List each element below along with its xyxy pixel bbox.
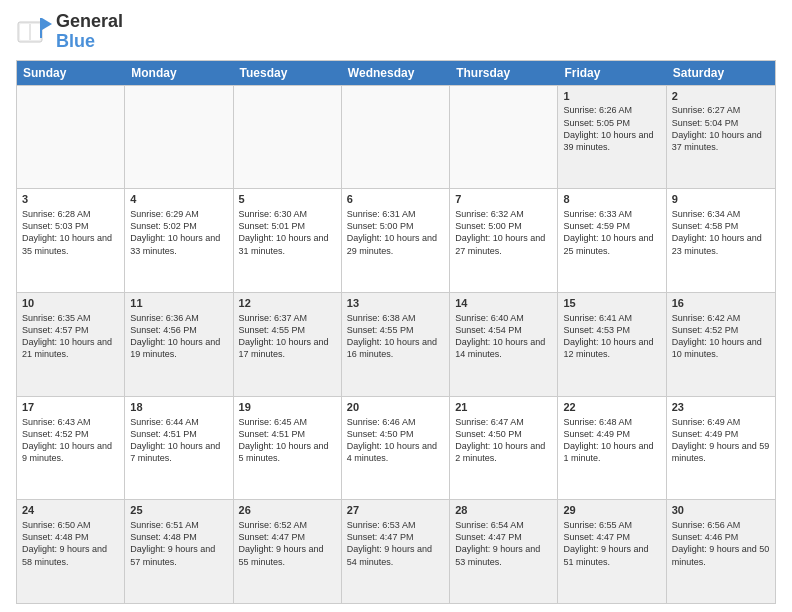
day-info: Sunrise: 6:53 AM Sunset: 4:47 PM Dayligh… [347, 519, 444, 568]
cal-cell-1-3: 6Sunrise: 6:31 AM Sunset: 5:00 PM Daylig… [342, 189, 450, 292]
day-number: 5 [239, 192, 336, 207]
top-section: General Blue [16, 12, 776, 52]
day-info: Sunrise: 6:31 AM Sunset: 5:00 PM Dayligh… [347, 208, 444, 257]
day-number: 21 [455, 400, 552, 415]
cal-cell-1-1: 4Sunrise: 6:29 AM Sunset: 5:02 PM Daylig… [125, 189, 233, 292]
header-cell-tuesday: Tuesday [234, 61, 342, 85]
day-number: 16 [672, 296, 770, 311]
day-number: 19 [239, 400, 336, 415]
cal-cell-2-1: 11Sunrise: 6:36 AM Sunset: 4:56 PM Dayli… [125, 293, 233, 396]
day-info: Sunrise: 6:52 AM Sunset: 4:47 PM Dayligh… [239, 519, 336, 568]
day-number: 28 [455, 503, 552, 518]
day-info: Sunrise: 6:37 AM Sunset: 4:55 PM Dayligh… [239, 312, 336, 361]
day-number: 24 [22, 503, 119, 518]
day-number: 1 [563, 89, 660, 104]
day-number: 11 [130, 296, 227, 311]
day-number: 27 [347, 503, 444, 518]
cal-cell-4-5: 29Sunrise: 6:55 AM Sunset: 4:47 PM Dayli… [558, 500, 666, 603]
day-number: 22 [563, 400, 660, 415]
cal-cell-0-0 [17, 86, 125, 189]
cal-cell-3-0: 17Sunrise: 6:43 AM Sunset: 4:52 PM Dayli… [17, 397, 125, 500]
cal-cell-0-4 [450, 86, 558, 189]
calendar-row-4: 24Sunrise: 6:50 AM Sunset: 4:48 PM Dayli… [17, 499, 775, 603]
cal-cell-3-4: 21Sunrise: 6:47 AM Sunset: 4:50 PM Dayli… [450, 397, 558, 500]
day-number: 8 [563, 192, 660, 207]
header-cell-sunday: Sunday [17, 61, 125, 85]
day-number: 17 [22, 400, 119, 415]
day-number: 12 [239, 296, 336, 311]
calendar-row-0: 1Sunrise: 6:26 AM Sunset: 5:05 PM Daylig… [17, 85, 775, 189]
cal-cell-3-1: 18Sunrise: 6:44 AM Sunset: 4:51 PM Dayli… [125, 397, 233, 500]
day-info: Sunrise: 6:33 AM Sunset: 4:59 PM Dayligh… [563, 208, 660, 257]
cal-cell-2-6: 16Sunrise: 6:42 AM Sunset: 4:52 PM Dayli… [667, 293, 775, 396]
day-number: 10 [22, 296, 119, 311]
cal-cell-1-4: 7Sunrise: 6:32 AM Sunset: 5:00 PM Daylig… [450, 189, 558, 292]
cal-cell-4-2: 26Sunrise: 6:52 AM Sunset: 4:47 PM Dayli… [234, 500, 342, 603]
cal-cell-3-6: 23Sunrise: 6:49 AM Sunset: 4:49 PM Dayli… [667, 397, 775, 500]
cal-cell-2-4: 14Sunrise: 6:40 AM Sunset: 4:54 PM Dayli… [450, 293, 558, 396]
cal-cell-1-5: 8Sunrise: 6:33 AM Sunset: 4:59 PM Daylig… [558, 189, 666, 292]
cal-cell-3-3: 20Sunrise: 6:46 AM Sunset: 4:50 PM Dayli… [342, 397, 450, 500]
day-info: Sunrise: 6:30 AM Sunset: 5:01 PM Dayligh… [239, 208, 336, 257]
page: General Blue SundayMondayTuesdayWednesda… [0, 0, 792, 612]
day-info: Sunrise: 6:32 AM Sunset: 5:00 PM Dayligh… [455, 208, 552, 257]
cal-cell-1-2: 5Sunrise: 6:30 AM Sunset: 5:01 PM Daylig… [234, 189, 342, 292]
day-info: Sunrise: 6:34 AM Sunset: 4:58 PM Dayligh… [672, 208, 770, 257]
day-info: Sunrise: 6:45 AM Sunset: 4:51 PM Dayligh… [239, 416, 336, 465]
day-number: 14 [455, 296, 552, 311]
svg-marker-3 [42, 18, 52, 30]
logo-icon [16, 14, 52, 50]
cal-cell-4-6: 30Sunrise: 6:56 AM Sunset: 4:46 PM Dayli… [667, 500, 775, 603]
cal-cell-2-0: 10Sunrise: 6:35 AM Sunset: 4:57 PM Dayli… [17, 293, 125, 396]
cal-cell-4-3: 27Sunrise: 6:53 AM Sunset: 4:47 PM Dayli… [342, 500, 450, 603]
day-info: Sunrise: 6:41 AM Sunset: 4:53 PM Dayligh… [563, 312, 660, 361]
day-info: Sunrise: 6:46 AM Sunset: 4:50 PM Dayligh… [347, 416, 444, 465]
day-info: Sunrise: 6:49 AM Sunset: 4:49 PM Dayligh… [672, 416, 770, 465]
day-number: 25 [130, 503, 227, 518]
day-info: Sunrise: 6:28 AM Sunset: 5:03 PM Dayligh… [22, 208, 119, 257]
day-number: 18 [130, 400, 227, 415]
header-cell-wednesday: Wednesday [342, 61, 450, 85]
day-number: 15 [563, 296, 660, 311]
day-info: Sunrise: 6:43 AM Sunset: 4:52 PM Dayligh… [22, 416, 119, 465]
calendar: SundayMondayTuesdayWednesdayThursdayFrid… [16, 60, 776, 604]
calendar-body: 1Sunrise: 6:26 AM Sunset: 5:05 PM Daylig… [17, 85, 775, 603]
day-number: 4 [130, 192, 227, 207]
day-number: 9 [672, 192, 770, 207]
day-number: 29 [563, 503, 660, 518]
day-number: 30 [672, 503, 770, 518]
day-number: 3 [22, 192, 119, 207]
day-info: Sunrise: 6:38 AM Sunset: 4:55 PM Dayligh… [347, 312, 444, 361]
day-number: 20 [347, 400, 444, 415]
day-number: 26 [239, 503, 336, 518]
cal-cell-2-5: 15Sunrise: 6:41 AM Sunset: 4:53 PM Dayli… [558, 293, 666, 396]
day-number: 13 [347, 296, 444, 311]
cal-cell-1-0: 3Sunrise: 6:28 AM Sunset: 5:03 PM Daylig… [17, 189, 125, 292]
cal-cell-0-5: 1Sunrise: 6:26 AM Sunset: 5:05 PM Daylig… [558, 86, 666, 189]
day-info: Sunrise: 6:56 AM Sunset: 4:46 PM Dayligh… [672, 519, 770, 568]
cal-cell-0-6: 2Sunrise: 6:27 AM Sunset: 5:04 PM Daylig… [667, 86, 775, 189]
day-info: Sunrise: 6:55 AM Sunset: 4:47 PM Dayligh… [563, 519, 660, 568]
calendar-header: SundayMondayTuesdayWednesdayThursdayFrid… [17, 61, 775, 85]
day-info: Sunrise: 6:35 AM Sunset: 4:57 PM Dayligh… [22, 312, 119, 361]
header-cell-monday: Monday [125, 61, 233, 85]
day-info: Sunrise: 6:29 AM Sunset: 5:02 PM Dayligh… [130, 208, 227, 257]
cal-cell-0-3 [342, 86, 450, 189]
cal-cell-3-5: 22Sunrise: 6:48 AM Sunset: 4:49 PM Dayli… [558, 397, 666, 500]
day-info: Sunrise: 6:44 AM Sunset: 4:51 PM Dayligh… [130, 416, 227, 465]
cal-cell-4-4: 28Sunrise: 6:54 AM Sunset: 4:47 PM Dayli… [450, 500, 558, 603]
cal-cell-0-1 [125, 86, 233, 189]
cal-cell-4-0: 24Sunrise: 6:50 AM Sunset: 4:48 PM Dayli… [17, 500, 125, 603]
day-number: 6 [347, 192, 444, 207]
calendar-row-2: 10Sunrise: 6:35 AM Sunset: 4:57 PM Dayli… [17, 292, 775, 396]
day-number: 23 [672, 400, 770, 415]
day-number: 7 [455, 192, 552, 207]
cal-cell-2-2: 12Sunrise: 6:37 AM Sunset: 4:55 PM Dayli… [234, 293, 342, 396]
day-info: Sunrise: 6:26 AM Sunset: 5:05 PM Dayligh… [563, 104, 660, 153]
day-info: Sunrise: 6:51 AM Sunset: 4:48 PM Dayligh… [130, 519, 227, 568]
day-number: 2 [672, 89, 770, 104]
cal-cell-2-3: 13Sunrise: 6:38 AM Sunset: 4:55 PM Dayli… [342, 293, 450, 396]
day-info: Sunrise: 6:36 AM Sunset: 4:56 PM Dayligh… [130, 312, 227, 361]
cal-cell-4-1: 25Sunrise: 6:51 AM Sunset: 4:48 PM Dayli… [125, 500, 233, 603]
header-cell-friday: Friday [558, 61, 666, 85]
